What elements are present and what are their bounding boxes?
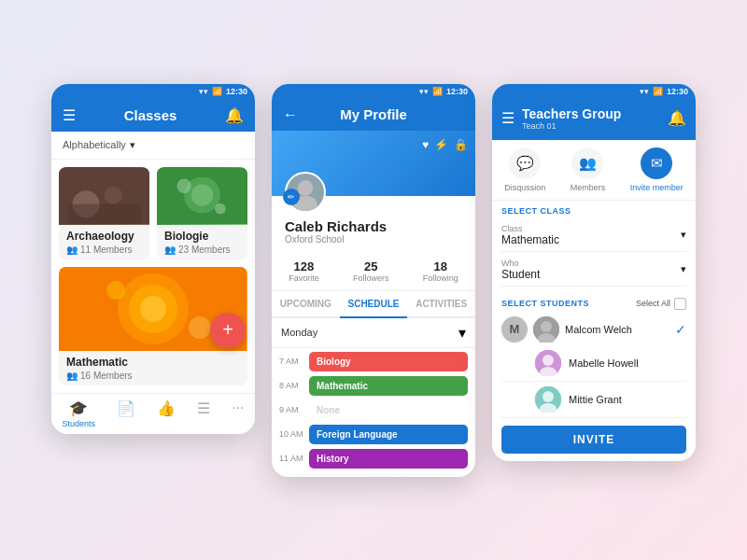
avatar-mabelle <box>535 350 561 376</box>
student-name-mittie: Mittie Grant <box>569 394 686 405</box>
time-11am: 11 AM <box>279 454 303 463</box>
invite-icon: ✉ <box>651 155 663 172</box>
stats-row: 128 Favorite 25 Followers 18 Following <box>272 252 475 291</box>
class-dropdown-row[interactable]: Class Mathematic ▾ <box>501 219 686 252</box>
card-members-archaeology: 👥 11 Members <box>66 245 142 255</box>
block-biology[interactable]: Biology <box>309 352 468 371</box>
signal-icon-3: ▾▾ <box>640 87 649 96</box>
discussion-icon: 💬 <box>516 155 534 172</box>
members-icon-2: 👥 <box>164 245 176 255</box>
nav-students-label: Students <box>63 419 96 428</box>
block-history[interactable]: History <box>309 449 468 469</box>
action-invite[interactable]: ✉ Invite member <box>630 147 684 192</box>
svg-point-12 <box>140 296 166 322</box>
select-all-checkbox[interactable] <box>674 298 686 310</box>
filter-dropdown[interactable]: ▾ <box>130 139 135 151</box>
bell-icon[interactable]: 🔔 <box>225 106 244 124</box>
student-name-mabelle: Mabelle Howell <box>569 357 686 369</box>
svg-point-14 <box>189 316 211 339</box>
card-info-mathematic: Mathematic 👥 16 Members <box>59 351 247 385</box>
group-bell-icon[interactable]: 🔔 <box>668 109 686 127</box>
screen-teachers-group: ▾▾ 📶 12:30 ☰ Teachers Group Teach 01 🔔 💬… <box>492 84 696 461</box>
menu-icon[interactable]: ☰ <box>63 106 76 124</box>
action-label-discussion: Disqussion <box>504 183 545 192</box>
schedule-list: 7 AM Biology 8 AM Mathematic 9 AM None 1… <box>272 348 475 477</box>
tab-schedule[interactable]: SCHEDULE <box>340 291 408 318</box>
profile-name: Caleb Richards <box>285 218 462 234</box>
lock-icon: 🔒 <box>454 138 468 151</box>
class-card-biologie[interactable]: Biologie 👥 23 Members <box>157 167 247 259</box>
signal-icon-2: ▾▾ <box>419 87 429 96</box>
members-icon: 👥 <box>66 245 78 255</box>
time-3: 12:30 <box>667 87 688 96</box>
card-name-biologie: Biologie <box>164 230 240 243</box>
class-card-archaeology[interactable]: Archaeology 👥 11 Members <box>59 167 149 259</box>
svg-point-7 <box>176 178 191 193</box>
action-discussion[interactable]: 💬 Disqussion <box>504 147 545 192</box>
group-menu-icon[interactable]: ☰ <box>501 109 514 127</box>
action-members[interactable]: 👥 Members <box>571 147 606 192</box>
block-none: None <box>309 400 468 420</box>
svg-point-25 <box>543 391 554 402</box>
stat-following: 18 Following <box>423 259 458 283</box>
time-1: 12:30 <box>226 87 247 96</box>
tab-activities[interactable]: ACTIVITIES <box>407 291 475 316</box>
fab-add[interactable]: + <box>210 313 246 348</box>
more-nav-icon: ··· <box>232 399 244 416</box>
svg-point-13 <box>106 281 125 300</box>
nav-more[interactable]: ··· <box>232 399 244 428</box>
student-row-mittie[interactable]: Mittie Grant <box>501 382 686 418</box>
card-name-mathematic: Mathematic <box>66 356 240 369</box>
class-dropdown-value: Class Mathematic ▾ <box>501 224 686 246</box>
block-foreign[interactable]: Foreign Language <box>309 425 468 444</box>
invite-icon-circle: ✉ <box>641 147 672 179</box>
time-2: 12:30 <box>446 87 468 96</box>
schedule-row-3: 10 AM Foreign Language <box>279 425 468 444</box>
stat-followers: 25 Followers <box>353 259 389 283</box>
profile-title: My Profile <box>340 106 407 122</box>
day-dropdown-icon: ▾ <box>458 324 466 342</box>
stat-label-following: Following <box>423 273 458 283</box>
time-7am: 7 AM <box>279 357 303 366</box>
group-title: Teachers Group <box>522 106 668 121</box>
list-nav-icon: ☰ <box>197 399 210 417</box>
stat-label-favorite: Favorite <box>289 273 319 283</box>
action-label-members: Members <box>571 183 606 192</box>
class-dropdown-label: Class <box>501 224 559 233</box>
schedule-row-0: 7 AM Biology <box>279 352 468 371</box>
tab-upcoming[interactable]: UPCOMING <box>272 291 340 316</box>
top-bar-classes: ☰ Classes 🔔 <box>51 99 255 132</box>
student-letter-m: M Malcom Welch ✓ <box>501 314 686 345</box>
who-dropdown-row[interactable]: Who Student ▾ <box>501 254 686 287</box>
day-selector[interactable]: Monday ▾ <box>272 318 475 348</box>
svg-point-22 <box>543 355 554 366</box>
nav-students[interactable]: 🎓 Students <box>63 399 96 428</box>
invite-button[interactable]: INVITE <box>501 426 686 454</box>
who-dropdown-icon: ▾ <box>681 263 686 275</box>
classes-grid: Archaeology 👥 11 Members <box>51 160 255 393</box>
day-label: Monday <box>281 327 317 338</box>
wifi-icon-3: 📶 <box>653 87 663 96</box>
select-all-row[interactable]: Select All <box>636 298 686 310</box>
group-top-bar: ☰ Teachers Group Teach 01 🔔 <box>492 99 696 140</box>
filter-label: Alphabetically <box>63 139 126 150</box>
nav-doc[interactable]: 📄 <box>117 399 135 428</box>
svg-point-2 <box>105 186 122 203</box>
classes-title: Classes <box>124 107 177 123</box>
students-section-title: SELECT STUDENTS <box>501 299 589 308</box>
nav-list[interactable]: ☰ <box>197 399 210 428</box>
select-all-label: Select All <box>636 299 670 308</box>
stat-num-favorite: 128 <box>289 259 319 273</box>
class-value: Mathematic <box>501 233 559 246</box>
stat-num-following: 18 <box>423 259 458 273</box>
schedule-row-4: 11 AM History <box>279 449 468 469</box>
back-icon[interactable]: ← <box>283 106 298 123</box>
stat-favorite: 128 Favorite <box>289 259 319 283</box>
student-row-mabelle[interactable]: Mabelle Howell <box>501 345 686 382</box>
nav-like[interactable]: 👍 <box>157 399 176 428</box>
letter-m: M <box>501 316 528 343</box>
edit-icon[interactable]: ✏ <box>283 189 300 205</box>
status-bar-1: ▾▾ 📶 12:30 <box>51 84 255 99</box>
block-mathematic[interactable]: Mathematic <box>309 376 468 396</box>
class-thumb-biologie <box>157 167 247 225</box>
